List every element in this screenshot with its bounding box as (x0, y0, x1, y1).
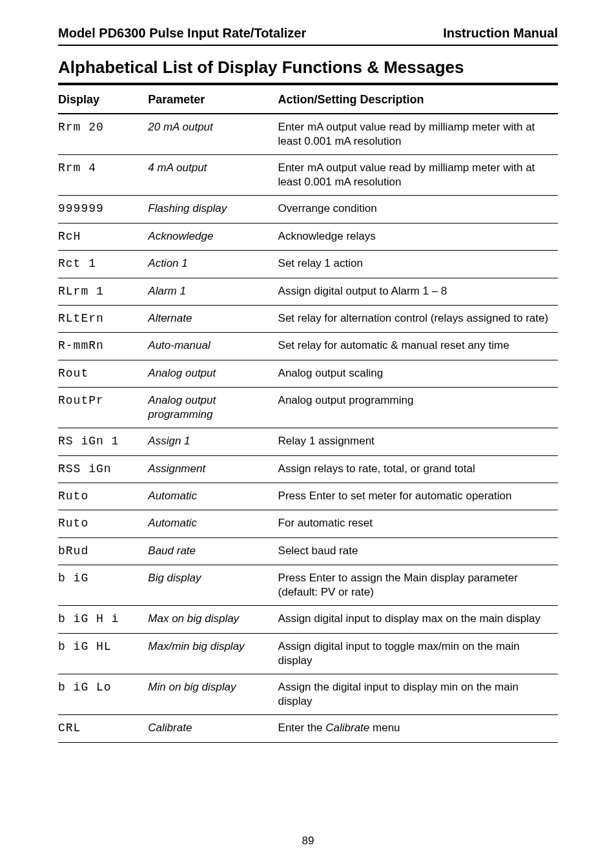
header-right: Instruction Manual (443, 26, 558, 41)
parameter-name: Assignment (148, 455, 278, 483)
action-description: Enter mA output value read by milliamp m… (278, 155, 558, 196)
page-title: Alphabetical List of Display Functions &… (58, 57, 558, 78)
action-description: Assign digital input to toggle max/min o… (278, 633, 558, 674)
display-code: RcH (58, 223, 148, 250)
table-row: R-mmRnAuto-manualSet relay for automatic… (58, 333, 558, 360)
table-row: bRudBaud rateSelect baud rate (58, 537, 558, 565)
action-description: Assign the digital input to display min … (278, 674, 558, 715)
parameter-name: Action 1 (148, 251, 278, 278)
display-code: b iG Lo (58, 674, 148, 715)
table-row: RS iGn 1Assign 1Relay 1 assignment (58, 428, 558, 455)
action-description: For automatic reset (278, 510, 558, 537)
action-description: Relay 1 assignment (278, 428, 558, 455)
table-row: Rrm 44 mA outputEnter mA output value re… (58, 155, 558, 196)
parameter-name: Max/min big display (148, 633, 278, 674)
action-description: Analog output scaling (278, 360, 558, 387)
parameter-name: 4 mA output (148, 155, 278, 196)
display-code: RS iGn 1 (58, 428, 148, 455)
table-row: RutoAutomaticFor automatic reset (58, 510, 558, 537)
table-row: RoutAnalog outputAnalog output scaling (58, 360, 558, 387)
parameter-name: Automatic (148, 510, 278, 537)
table-row: b iGBig displayPress Enter to assign the… (58, 565, 558, 606)
action-description: Set relay for automatic & manual reset a… (278, 333, 558, 360)
parameter-name: Max on big display (148, 606, 278, 633)
parameter-name: Auto-manual (148, 333, 278, 360)
display-code: Rrm 20 (58, 114, 148, 155)
col-display-header: Display (58, 87, 148, 114)
parameter-name: Big display (148, 565, 278, 606)
parameter-name: Baud rate (148, 537, 278, 565)
parameter-name: 20 mA output (148, 114, 278, 155)
action-description: Enter the Calibrate menu (278, 715, 558, 742)
parameter-name: Automatic (148, 483, 278, 510)
display-code: Rout (58, 360, 148, 387)
display-code: RLtErn (58, 305, 148, 332)
col-action-header: Action/Setting Description (278, 87, 558, 114)
table-row: b iG H iMax on big displayAssign digital… (58, 606, 558, 633)
table-header-row: Display Parameter Action/Setting Descrip… (58, 87, 558, 114)
display-code: b iG H i (58, 606, 148, 633)
display-code: 999999 (58, 196, 148, 223)
header-rule (58, 45, 558, 46)
parameter-name: Assign 1 (148, 428, 278, 455)
display-code: RoutPr (58, 388, 148, 428)
table-row: RLtErnAlternateSet relay for alternation… (58, 305, 558, 332)
table-row: Rct 1Action 1Set relay 1 action (58, 251, 558, 278)
display-code: RSS iGn (58, 455, 148, 483)
action-description: Enter mA output value read by milliamp m… (278, 114, 558, 155)
table-row: RoutPrAnalog output programmingAnalog ou… (58, 388, 558, 428)
functions-table: Display Parameter Action/Setting Descrip… (58, 87, 558, 743)
page-number: 89 (0, 835, 616, 847)
action-text: Enter the (278, 722, 326, 734)
display-code: R-mmRn (58, 333, 148, 360)
parameter-name: Calibrate (148, 715, 278, 742)
action-text: menu (369, 722, 400, 734)
table-row: RSS iGnAssignmentAssign relays to rate, … (58, 455, 558, 483)
display-code: Rct 1 (58, 251, 148, 278)
display-code: b iG HL (58, 633, 148, 674)
action-description: Set relay 1 action (278, 251, 558, 278)
parameter-name: Analog output programming (148, 388, 278, 428)
display-code: Ruto (58, 483, 148, 510)
action-description: Press Enter to assign the Main display p… (278, 565, 558, 606)
parameter-name: Acknowledge (148, 223, 278, 250)
parameter-name: Alternate (148, 305, 278, 332)
display-code: RLrm 1 (58, 278, 148, 305)
parameter-name: Flashing display (148, 196, 278, 223)
table-row: RutoAutomaticPress Enter to set meter fo… (58, 483, 558, 510)
parameter-name: Min on big display (148, 674, 278, 715)
table-row: CRLCalibrateEnter the Calibrate menu (58, 715, 558, 742)
action-description: Assign digital input to display max on t… (278, 606, 558, 633)
col-parameter-header: Parameter (148, 87, 278, 114)
title-rule (58, 83, 558, 85)
display-code: bRud (58, 537, 148, 565)
action-description: Press Enter to set meter for automatic o… (278, 483, 558, 510)
display-code: CRL (58, 715, 148, 742)
action-description: Set relay for alternation control (relay… (278, 305, 558, 332)
action-description: Acknowledge relays (278, 223, 558, 250)
parameter-name: Alarm 1 (148, 278, 278, 305)
table-row: RLrm 1Alarm 1Assign digital output to Al… (58, 278, 558, 305)
action-description: Assign relays to rate, total, or grand t… (278, 455, 558, 483)
table-row: RcHAcknowledgeAcknowledge relays (58, 223, 558, 250)
table-row: b iG LoMin on big displayAssign the digi… (58, 674, 558, 715)
display-code: b iG (58, 565, 148, 606)
parameter-name: Analog output (148, 360, 278, 387)
action-description: Assign digital output to Alarm 1 – 8 (278, 278, 558, 305)
table-row: Rrm 2020 mA outputEnter mA output value … (58, 114, 558, 155)
display-code: Ruto (58, 510, 148, 537)
table-row: b iG HLMax/min big displayAssign digital… (58, 633, 558, 674)
action-text-ital: Calibrate (325, 722, 369, 734)
action-description: Overrange condition (278, 196, 558, 223)
action-description: Select baud rate (278, 537, 558, 565)
display-code: Rrm 4 (58, 155, 148, 196)
action-description: Analog output programming (278, 388, 558, 428)
header-left: Model PD6300 Pulse Input Rate/Totalizer (58, 26, 306, 41)
table-row: 999999Flashing displayOverrange conditio… (58, 196, 558, 223)
